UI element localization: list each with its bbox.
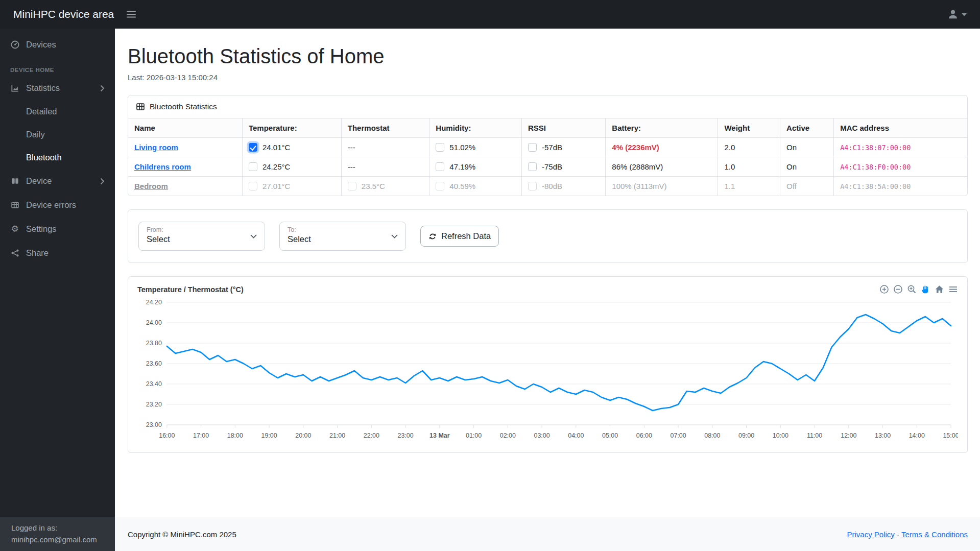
room-link[interactable]: Living room <box>134 143 178 152</box>
humidity-value: 40.59% <box>449 182 475 190</box>
pan-hand-icon[interactable] <box>921 284 930 294</box>
sidebar-toggle-button[interactable] <box>123 7 139 21</box>
svg-text:16:00: 16:00 <box>159 432 175 439</box>
svg-text:23.00: 23.00 <box>146 421 162 428</box>
last-updated: Last: 2026-03-13 15:00:24 <box>128 73 968 82</box>
chart-icon <box>10 84 19 92</box>
selection-zoom-icon[interactable] <box>907 284 917 294</box>
room-link[interactable]: Bedroom <box>134 182 168 190</box>
user-menu[interactable] <box>947 9 980 20</box>
chart-toolbar <box>879 284 958 294</box>
svg-text:04:00: 04:00 <box>568 432 584 439</box>
table-grid-icon <box>10 201 19 209</box>
humidity-checkbox[interactable] <box>436 162 444 171</box>
thermostat-value: 23.5°C <box>362 182 385 190</box>
nav-subitem-daily[interactable]: Daily <box>0 123 115 146</box>
privacy-policy-link[interactable]: Privacy Policy <box>847 530 895 539</box>
svg-text:24.00: 24.00 <box>146 319 162 326</box>
legal-links: Privacy Policy · Terms & Conditions <box>847 530 968 539</box>
chevron-down-icon <box>391 234 398 238</box>
svg-text:18:00: 18:00 <box>227 432 243 439</box>
temperature-checkbox[interactable] <box>249 162 257 171</box>
nav-subitem-bluetooth[interactable]: Bluetooth <box>0 146 115 169</box>
from-value: Select <box>147 234 257 244</box>
zoom-out-icon[interactable] <box>893 284 903 294</box>
rssi-checkbox[interactable] <box>528 143 537 152</box>
nav-label: Devices <box>26 40 56 50</box>
sidebar-nav: Devices DEVICE HOME Statistics Detailed … <box>0 29 115 517</box>
table-row: Childrens room 24.25°C --- 47.19% -75dB … <box>128 157 967 177</box>
copyright-text: Copyright © MiniHPC.com 2025 <box>128 530 236 539</box>
svg-text:11:00: 11:00 <box>807 432 822 439</box>
humidity-checkbox[interactable] <box>436 182 444 190</box>
page-footer: Copyright © MiniHPC.com 2025 Privacy Pol… <box>115 517 980 551</box>
col-name: Name <box>128 118 242 138</box>
nav-item-statistics[interactable]: Statistics <box>0 76 115 100</box>
svg-text:21:00: 21:00 <box>329 432 345 439</box>
svg-text:23.40: 23.40 <box>146 380 162 388</box>
svg-text:09:00: 09:00 <box>738 432 754 439</box>
nav-label: Statistics <box>26 83 60 93</box>
col-battery: Battery: <box>606 118 718 138</box>
sidebar-section-label: DEVICE HOME <box>0 57 115 76</box>
room-link[interactable]: Childrens room <box>134 162 191 171</box>
weight-value: 1.1 <box>724 182 735 190</box>
mac-address: A4:C1:38:07:00:00 <box>840 143 911 152</box>
to-select[interactable]: To: Select <box>279 222 406 251</box>
nav-item-device[interactable]: Device <box>0 169 115 193</box>
svg-text:13:00: 13:00 <box>875 432 891 439</box>
svg-text:05:00: 05:00 <box>602 432 618 439</box>
caret-down-icon <box>962 13 967 16</box>
nav-item-device-errors[interactable]: Device errors <box>0 193 115 217</box>
col-temperature: Temperature: <box>242 118 341 138</box>
logged-in-email: minihpc.com@gmail.com <box>11 534 104 546</box>
refresh-data-button[interactable]: Refresh Data <box>420 226 499 247</box>
svg-text:13 Mar: 13 Mar <box>429 432 450 439</box>
brand-link[interactable]: MiniHPC device area <box>0 8 115 20</box>
bluetooth-statistics-table: Name Temperature: Thermostat Humidity: R… <box>128 118 967 196</box>
rssi-checkbox[interactable] <box>528 162 537 171</box>
battery-value: 86% (2888mV) <box>612 162 663 171</box>
nav-item-settings[interactable]: ⚙ Settings <box>0 217 115 241</box>
refresh-icon <box>428 232 437 241</box>
rssi-value: -80dB <box>542 182 562 190</box>
battery-value: 100% (3113mV) <box>612 182 666 190</box>
svg-text:23.80: 23.80 <box>146 340 162 347</box>
home-reset-icon[interactable] <box>935 284 944 294</box>
nav-item-devices[interactable]: Devices <box>0 33 115 57</box>
logged-in-label: Logged in as: <box>11 522 104 534</box>
mac-address: A4:C1:38:5A:00:00 <box>840 182 911 190</box>
temperature-checkbox[interactable] <box>249 143 257 152</box>
from-select[interactable]: From: Select <box>138 222 265 251</box>
book-icon <box>10 177 19 185</box>
battery-value: 4% (2236mV) <box>612 143 659 152</box>
to-value: Select <box>288 234 398 244</box>
col-thermostat: Thermostat <box>341 118 429 138</box>
thermostat-checkbox[interactable] <box>348 182 356 190</box>
user-icon <box>947 9 959 20</box>
humidity-value: 51.02% <box>449 143 475 152</box>
active-value: On <box>786 162 797 171</box>
nav-subitem-detailed[interactable]: Detailed <box>0 100 115 123</box>
nav-item-share[interactable]: Share <box>0 241 115 265</box>
card-header-title: Bluetooth Statistics <box>150 102 217 111</box>
active-value: On <box>786 143 797 152</box>
svg-text:01:00: 01:00 <box>466 432 482 439</box>
main-area: Bluetooth Statistics of Home Last: 2026-… <box>115 29 980 551</box>
svg-text:12:00: 12:00 <box>841 432 856 439</box>
temperature-line-chart[interactable]: 24.2024.0023.8023.6023.4023.2023.0016:00… <box>137 295 958 448</box>
bluetooth-statistics-card: Bluetooth Statistics Name Temperature: T… <box>128 95 968 196</box>
rssi-checkbox[interactable] <box>528 182 537 190</box>
filter-card: From: Select To: Select <box>128 209 968 263</box>
table-icon <box>136 103 145 110</box>
chevron-right-icon <box>100 178 105 185</box>
share-icon <box>10 249 19 257</box>
menu-icon[interactable] <box>948 284 958 294</box>
svg-text:22:00: 22:00 <box>364 432 379 439</box>
terms-link[interactable]: Terms & Conditions <box>901 530 968 539</box>
zoom-in-icon[interactable] <box>879 284 889 294</box>
temperature-checkbox[interactable] <box>249 182 257 190</box>
humidity-checkbox[interactable] <box>436 143 444 152</box>
svg-text:06:00: 06:00 <box>636 432 652 439</box>
svg-text:14:00: 14:00 <box>909 432 925 439</box>
